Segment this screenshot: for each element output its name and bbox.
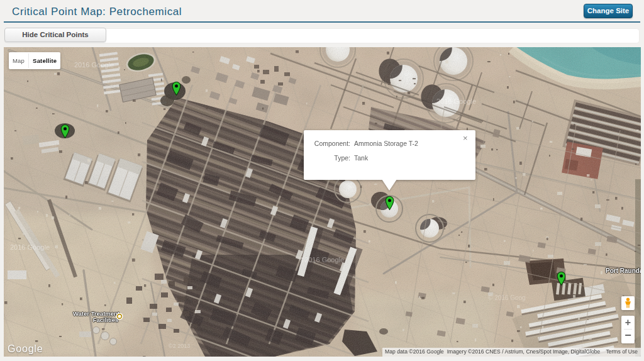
svg-text:2016 Google: 2016 Google <box>436 97 476 105</box>
svg-text:©2 2013: ©2 2013 <box>169 343 190 349</box>
svg-text:©2016 Google: ©2016 Google <box>299 256 344 264</box>
svg-text:2016 Google: 2016 Google <box>74 61 114 69</box>
svg-text:© 2016 Goog: © 2016 Goog <box>488 294 526 301</box>
svg-text:2016 Google: 2016 Google <box>10 243 50 251</box>
